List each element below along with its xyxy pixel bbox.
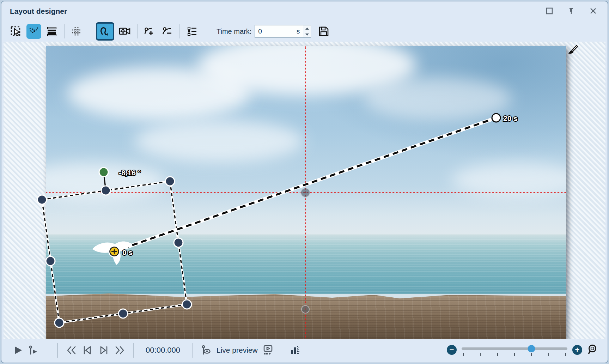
save-button[interactable] [316, 24, 331, 39]
cloud [46, 162, 166, 201]
zoom-slider-track[interactable] [462, 347, 567, 350]
grid-button[interactable] [69, 24, 84, 39]
rewind-icon [66, 345, 77, 356]
time-mark-value: 0 [258, 28, 297, 35]
remove-keypoint-icon [162, 25, 173, 37]
timecode-display: 00:00.000 [142, 346, 184, 355]
canvas-center-point[interactable] [300, 188, 310, 198]
curve-mode-icon [28, 25, 40, 37]
live-preview-icon [200, 345, 212, 356]
save-icon [318, 25, 330, 37]
camera-pan-button[interactable] [117, 24, 132, 39]
pin-icon [567, 7, 575, 15]
window-title: Layout designer [10, 7, 67, 16]
minus-icon: − [450, 346, 454, 354]
fast-forward-button[interactable] [114, 345, 126, 356]
layout-designer-window: Layout designer [1, 1, 608, 363]
cloud [364, 78, 512, 120]
play-icon [13, 345, 23, 356]
previous-keypoint-button[interactable] [82, 345, 93, 356]
zoom-fit-icon [587, 344, 599, 356]
maximize-button[interactable] [545, 6, 554, 16]
next-keypoint-icon [98, 345, 109, 356]
layers-icon [46, 25, 58, 37]
play-from-marker-button[interactable] [28, 345, 39, 356]
add-keypoint-icon [144, 25, 156, 37]
spin-up-icon [305, 28, 309, 30]
grid-icon [71, 25, 83, 37]
select-tool-button[interactable] [8, 24, 23, 39]
rewind-button[interactable] [66, 345, 77, 356]
time-mark-input[interactable]: 0 s [255, 25, 303, 38]
remove-keypoint-button[interactable] [160, 24, 175, 39]
add-keypoint-button[interactable] [142, 24, 157, 39]
keypoint-list-button[interactable] [185, 24, 200, 39]
paintbrush-cursor-icon [565, 44, 579, 59]
toolbar-divider [64, 24, 65, 38]
pin-button[interactable] [567, 6, 576, 16]
time-mark-spin-up[interactable] [303, 25, 311, 31]
draw-path-tool-button[interactable] [96, 22, 114, 41]
preview-window-button[interactable] [263, 345, 274, 356]
live-preview-label: Live preview [217, 346, 258, 354]
zoom-slider[interactable] [462, 344, 567, 356]
curve-mode-button[interactable] [26, 24, 41, 39]
draw-path-icon [99, 25, 111, 37]
select-icon [10, 25, 22, 37]
zoom-out-button[interactable]: − [447, 345, 457, 355]
zoom-slider-ticks [463, 353, 566, 356]
spin-down-icon [305, 34, 309, 36]
playback-divider [57, 343, 58, 358]
camera-pan-icon [118, 25, 131, 37]
previous-keypoint-icon [82, 345, 93, 356]
playback-divider [192, 343, 193, 358]
keypoint-list-icon [186, 25, 198, 37]
cloud [134, 120, 304, 162]
time-mark-unit: s [297, 28, 300, 35]
toolbar-divider [179, 24, 180, 38]
live-preview-toggle[interactable] [200, 345, 212, 356]
statistics-icon [290, 345, 300, 356]
close-icon [589, 7, 597, 15]
play-button[interactable] [13, 345, 23, 356]
toolbar: Time mark: 0 s [8, 22, 601, 41]
photo-sea [46, 234, 566, 294]
plus-icon: + [575, 346, 580, 354]
play-from-marker-icon [28, 345, 39, 356]
photo-wood-planks [46, 293, 566, 339]
playback-divider [133, 343, 134, 358]
titlebar[interactable]: Layout designer [1, 1, 608, 20]
statistics-button[interactable] [290, 345, 300, 356]
zoom-controls: − + [447, 341, 599, 358]
canvas-lower-anchor-point [301, 305, 310, 314]
fast-forward-icon [114, 345, 126, 356]
time-mark-spin-down[interactable] [303, 31, 311, 37]
zoom-in-button[interactable]: + [572, 345, 582, 355]
zoom-slider-thumb[interactable] [528, 345, 535, 352]
zoom-fit-button[interactable] [587, 344, 599, 356]
maximize-icon [546, 7, 553, 15]
next-keypoint-button[interactable] [98, 345, 109, 356]
layout-canvas[interactable] [46, 46, 566, 339]
preview-window-icon [263, 345, 274, 356]
time-mark-label: Time mark: [217, 28, 251, 36]
close-button[interactable] [589, 6, 598, 16]
toolbar-divider [137, 24, 138, 38]
playback-bar: 00:00.000 Live preview [4, 339, 605, 361]
layers-button[interactable] [44, 24, 59, 39]
